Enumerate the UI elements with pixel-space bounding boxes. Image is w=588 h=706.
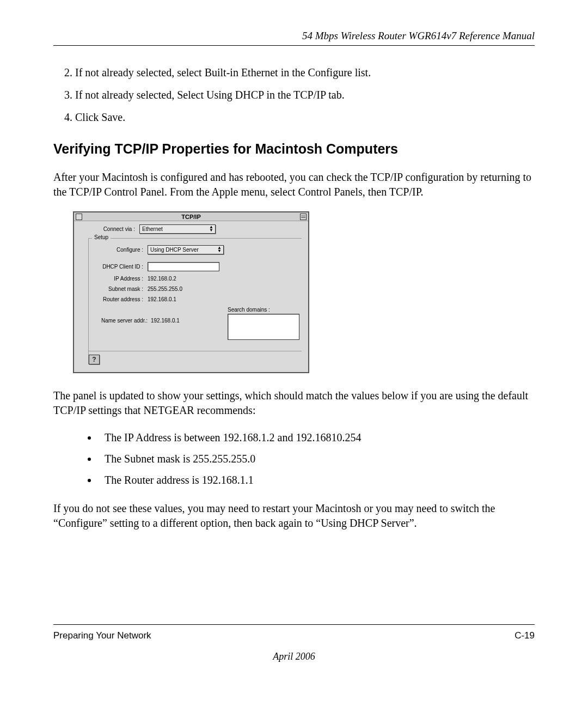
list-item: The IP Address is between 192.168.1.2 an… (98, 430, 535, 446)
chevron-updown-icon: ▲▼ (217, 246, 222, 253)
configure-popup[interactable]: Using DHCP Server ▲▼ (148, 245, 224, 254)
list-item: The Router address is 192.168.1.1 (98, 472, 535, 488)
router-label: Router address : (89, 296, 148, 302)
dhcp-client-field[interactable] (148, 262, 219, 271)
footer-left: Preparing Your Network (53, 630, 151, 641)
page-footer: Preparing Your Network C-19 April 2006 (53, 624, 535, 662)
dhcp-client-label: DHCP Client ID : (89, 264, 148, 270)
search-domains-field[interactable] (228, 314, 299, 340)
ip-address-label: IP Address : (89, 276, 148, 282)
page-header: 54 Mbps Wireless Router WGR614v7 Referen… (53, 30, 535, 46)
setup-group: Setup Configure : Using DHCP Server ▲▼ D… (88, 238, 302, 364)
window-titlebar: TCP/IP (74, 212, 308, 221)
after-panel-paragraph: The panel is updated to show your settin… (53, 388, 535, 418)
step-list: If not already selected, select Built-in… (53, 65, 535, 125)
connect-via-value: Ethernet (142, 226, 163, 232)
footer-right: C-19 (514, 630, 535, 641)
intro-paragraph: After your Macintosh is configured and h… (53, 170, 535, 199)
configure-value: Using DHCP Server (150, 247, 199, 253)
bullet-list: The IP Address is between 192.168.1.2 an… (53, 430, 535, 488)
list-item: The Subnet mask is 255.255.255.0 (98, 451, 535, 467)
configure-label: Configure : (89, 247, 148, 253)
step-item: If not already selected, Select Using DH… (75, 88, 535, 102)
connect-via-label: Connect via : (81, 226, 139, 232)
step-item: If not already selected, select Built-in… (75, 65, 535, 80)
nameserver-value: 192.168.0.1 (151, 307, 211, 340)
closing-paragraph: If you do not see these values, you may … (53, 501, 535, 531)
step-item: Click Save. (75, 110, 535, 125)
connect-via-popup[interactable]: Ethernet ▲▼ (139, 224, 216, 234)
search-domains-label: Search domains : (228, 307, 299, 313)
footer-date: April 2006 (53, 651, 535, 662)
help-button[interactable]: ? (89, 355, 100, 364)
tcpip-window: TCP/IP Connect via : Ethernet ▲▼ Setup C… (73, 211, 309, 373)
ip-address-value: 192.168.0.2 (148, 276, 176, 282)
nameserver-label: Name server addr.: (89, 307, 151, 340)
subnet-label: Subnet mask : (89, 286, 148, 292)
chevron-updown-icon: ▲▼ (209, 226, 213, 232)
section-heading: Verifying TCP/IP Properties for Macintos… (53, 141, 535, 157)
router-value: 192.168.0.1 (148, 296, 176, 302)
help-icon: ? (92, 356, 96, 363)
window-title: TCP/IP (74, 214, 308, 220)
subnet-value: 255.255.255.0 (148, 286, 182, 292)
setup-legend: Setup (92, 234, 111, 240)
